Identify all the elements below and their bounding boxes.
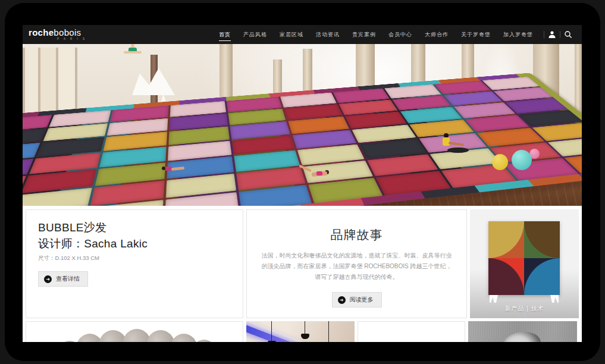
nav-item-3[interactable]: 活动资讯 [316,29,340,40]
brand-story-card: 品牌故事 法国，时尚文化和奢侈品文化的发源地，造就了珠宝、时装、皮具等行业的顶尖… [246,209,467,318]
pendant-lamp [328,321,329,342]
quadrant-art-cabinet [488,221,560,295]
card-row-2 [26,321,579,342]
nav-item-2[interactable]: 家居区域 [280,29,303,40]
grey-bubble-sofa-card[interactable] [26,321,243,342]
designer-portrait-card[interactable] [468,321,577,342]
arrow-circle-icon: ➜ [338,296,346,304]
product-dimensions: 尺寸：D.102 X H.33 CM [38,255,231,262]
brand-wordmark: rochebobois [29,28,86,37]
brand-logo[interactable]: rochebobois P A R I S [29,28,86,41]
brand-sub: P A R I S [29,38,86,41]
nav-item-5[interactable]: 会员中心 [388,29,412,40]
nav-divider [544,31,544,38]
hero-banner[interactable] [23,44,582,206]
teal-ball [512,150,532,170]
nav-item-6[interactable]: 大师合作 [425,29,449,40]
feature-card-new-product[interactable]: 新产品 | 技术 [470,209,579,318]
feature-caption: 新产品 | 技术 [470,305,579,313]
nav-divider [560,31,560,38]
top-navbar: rochebobois P A R I S 首页产品风格家居区域活动资讯贵宾案例… [23,25,582,44]
arrow-circle-icon: ➜ [44,275,52,283]
nav-item-7[interactable]: 关于罗奇堡 [461,29,491,40]
yellow-ball [492,154,508,170]
product-card-bubble: BUBBLE沙发 设计师：Sacha Lakic 尺寸：D.102 X H.33… [26,209,243,318]
user-account-icon[interactable] [546,29,559,40]
story-title: 品牌故事 [261,227,452,243]
device-frame: rochebobois P A R I S 首页产品风格家居区域活动资讯贵宾案例… [5,3,600,361]
story-body: 法国，时尚文化和奢侈品文化的发源地，造就了珠宝、时装、皮具等行业的顶尖品牌，而在… [261,250,452,283]
nav-item-4[interactable]: 贵宾案例 [352,29,376,40]
cabinet-legs [488,295,560,303]
nav-item-8[interactable]: 加入罗奇堡 [503,29,533,40]
nav-item-0[interactable]: 首页 [219,29,231,41]
content-section: BUBBLE沙发 设计师：Sacha Lakic 尺寸：D.102 X H.33… [23,206,582,342]
product-title: BUBBLE沙发 设计师：Sacha Lakic [38,220,231,252]
nav-item-1[interactable]: 产品风格 [243,29,267,40]
pendant-lamp [305,321,305,334]
main-navigation: 首页产品风格家居区域活动资讯贵宾案例会员中心大师合作关于罗奇堡加入罗奇堡 [219,29,533,41]
pendant-lamp [271,321,272,341]
device-stage: rochebobois P A R I S 首页产品风格家居区域活动资讯贵宾案例… [0,0,605,364]
read-more-button[interactable]: ➜ 阅读更多 [332,292,382,307]
card-row-1: BUBBLE沙发 设计师：Sacha Lakic 尺寸：D.102 X H.33… [26,209,579,318]
browser-viewport: rochebobois P A R I S 首页产品风格家居区域活动资讯贵宾案例… [23,25,582,342]
view-details-button[interactable]: ➜ 查看详情 [38,271,88,287]
search-icon[interactable] [562,29,575,40]
interior-photo-card[interactable] [246,321,355,342]
blank-card[interactable] [358,321,465,342]
